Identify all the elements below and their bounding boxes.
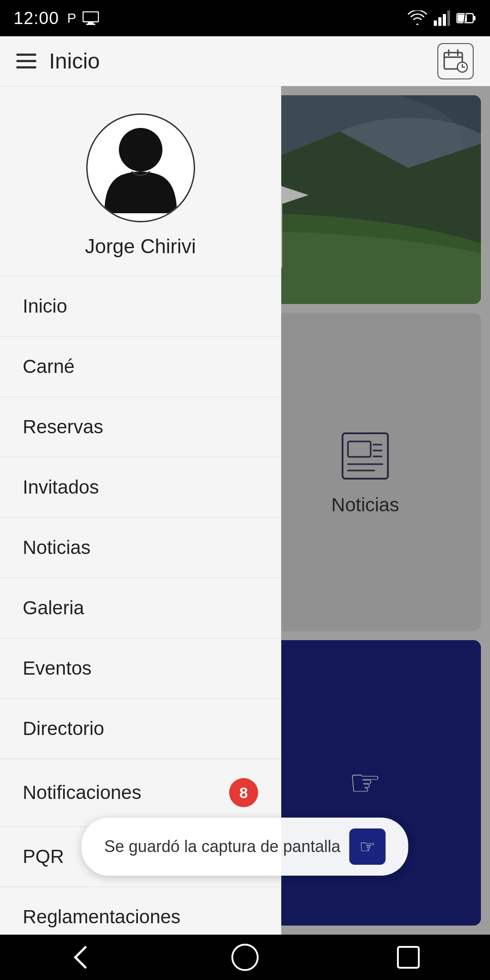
navigation-bar bbox=[0, 935, 490, 980]
svg-point-54 bbox=[119, 128, 162, 172]
monitor-icon bbox=[83, 11, 99, 25]
status-time: 12:00 bbox=[14, 9, 59, 28]
status-left: 12:00 P bbox=[14, 9, 99, 28]
sidebar-item-invitados-label: Invitados bbox=[23, 476, 99, 498]
svg-rect-9 bbox=[458, 15, 467, 22]
sidebar-item-directorio-label: Directorio bbox=[23, 718, 104, 740]
home-icon bbox=[231, 944, 259, 971]
sidebar-item-reservas[interactable]: Reservas bbox=[0, 397, 281, 457]
page-title: Inicio bbox=[49, 49, 100, 74]
avatar bbox=[86, 113, 195, 222]
recent-apps-icon bbox=[397, 946, 420, 969]
toast-message: Se guardó la captura de pantalla bbox=[104, 837, 340, 856]
back-button[interactable] bbox=[64, 939, 100, 975]
status-icons-right bbox=[407, 10, 476, 26]
sidebar-item-galeria[interactable]: Galeria bbox=[0, 578, 281, 638]
back-icon bbox=[74, 946, 97, 969]
sidebar-item-eventos[interactable]: Eventos bbox=[0, 638, 281, 699]
app-bar-left: Inicio bbox=[16, 49, 100, 74]
svg-rect-3 bbox=[434, 20, 437, 26]
app-bar: Inicio bbox=[0, 36, 490, 86]
status-bar: 12:00 P bbox=[0, 0, 490, 36]
notification-badge: 8 bbox=[229, 778, 258, 807]
sidebar-item-inicio[interactable]: Inicio bbox=[0, 276, 281, 337]
sidebar-item-eventos-label: Eventos bbox=[23, 657, 92, 679]
wifi-icon bbox=[407, 10, 427, 26]
svg-rect-8 bbox=[473, 16, 475, 20]
sidebar-drawer: Jorge Chirivi Inicio Carné Reservas Invi… bbox=[0, 86, 281, 935]
sidebar-item-reglamentaciones-label: Reglamentaciones bbox=[23, 906, 181, 928]
sidebar-item-inicio-label: Inicio bbox=[23, 295, 67, 317]
pointing-hand-icon: ☞ bbox=[359, 836, 376, 857]
sidebar-item-noticias-label: Noticias bbox=[23, 537, 90, 559]
screenshot-toast: Se guardó la captura de pantalla ☞ bbox=[82, 818, 408, 876]
sidebar-item-directorio[interactable]: Directorio bbox=[0, 699, 281, 759]
home-button[interactable] bbox=[227, 939, 263, 975]
parking-icon: P bbox=[67, 10, 76, 26]
svg-rect-0 bbox=[83, 12, 98, 22]
menu-button[interactable] bbox=[16, 54, 36, 69]
sidebar-item-carne[interactable]: Carné bbox=[0, 337, 281, 397]
content-area: Reservas Noticias bbox=[0, 86, 490, 935]
sidebar-profile: Jorge Chirivi bbox=[0, 86, 281, 276]
sidebar-item-notificaciones[interactable]: Notificaciones 8 bbox=[0, 759, 281, 827]
svg-rect-4 bbox=[438, 17, 441, 26]
svg-rect-2 bbox=[86, 24, 95, 25]
user-silhouette-icon bbox=[100, 122, 181, 213]
sidebar-item-carne-label: Carné bbox=[23, 356, 74, 377]
calendar-clock-button[interactable] bbox=[437, 43, 474, 79]
profile-name: Jorge Chirivi bbox=[85, 235, 196, 258]
signal-icon bbox=[434, 10, 450, 26]
calendar-clock-icon bbox=[443, 49, 468, 74]
toast-hand-icon: ☞ bbox=[349, 828, 386, 865]
sidebar-item-reglamentaciones[interactable]: Reglamentaciones bbox=[0, 887, 281, 935]
battery-icon bbox=[456, 12, 476, 24]
status-icons-left: P bbox=[67, 10, 99, 26]
sidebar-item-invitados[interactable]: Invitados bbox=[0, 457, 281, 518]
sidebar-item-reservas-label: Reservas bbox=[23, 416, 103, 438]
svg-rect-5 bbox=[443, 14, 446, 26]
sidebar-item-noticias[interactable]: Noticias bbox=[0, 518, 281, 578]
svg-rect-6 bbox=[447, 10, 450, 26]
svg-rect-1 bbox=[88, 22, 93, 24]
sidebar-item-galeria-label: Galeria bbox=[23, 597, 84, 619]
recent-apps-button[interactable] bbox=[390, 939, 426, 975]
sidebar-item-notificaciones-label: Notificaciones bbox=[23, 782, 141, 804]
sidebar-item-pqr-label: PQR bbox=[23, 846, 64, 867]
